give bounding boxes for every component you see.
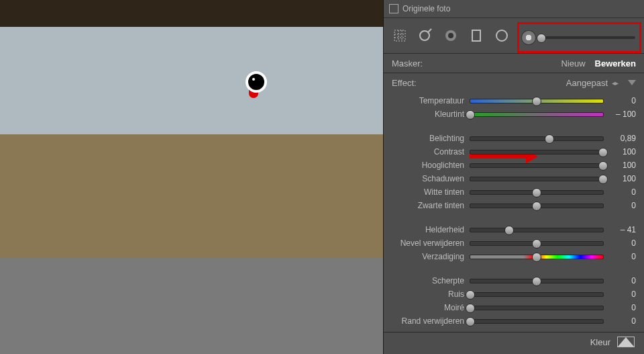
svg-point-8 (448, 33, 453, 38)
svg-point-5 (420, 31, 429, 40)
color-swatch[interactable] (617, 337, 635, 347)
slider-label: Zwarte tinten (392, 201, 470, 210)
adjustment-pin[interactable] (246, 71, 267, 93)
slider-value[interactable]: 100 (604, 147, 636, 157)
slider-value[interactable]: 0 (604, 201, 636, 210)
slider-track[interactable] (470, 99, 604, 103)
slider-knob[interactable] (532, 239, 541, 249)
slider-knob[interactable] (466, 290, 475, 300)
slider-knob[interactable] (466, 304, 475, 313)
svg-rect-9 (472, 30, 480, 41)
mask-edit-link[interactable]: Bewerken (595, 58, 636, 69)
slider-schaduwen: Schaduwen100 (392, 172, 636, 185)
slider-value[interactable]: 0 (604, 316, 636, 326)
slider-value[interactable]: 0 (604, 187, 636, 197)
slider-track[interactable] (470, 292, 604, 297)
slider-label: Kleurtint (392, 109, 470, 119)
photo-preview[interactable] (0, 0, 384, 258)
svg-point-10 (496, 30, 507, 41)
slider-track[interactable] (470, 150, 604, 154)
brush-slider-knob[interactable] (537, 34, 546, 43)
slider-value[interactable]: 0 (604, 276, 636, 285)
slider-value[interactable]: 0,89 (604, 134, 636, 143)
slider-contrast: Contrast100 (392, 145, 636, 159)
app-window: Originele foto (0, 0, 644, 354)
slider-temperatuur: Temperatuur0 (392, 94, 636, 107)
brush-tool-icon[interactable] (522, 31, 535, 44)
slider-ruis: Ruis0 (392, 287, 636, 301)
dropdown-icon[interactable]: ◂▸ (612, 79, 619, 87)
checkbox-icon[interactable] (389, 4, 398, 13)
slider-knob[interactable] (532, 97, 541, 106)
slider-knob[interactable] (466, 317, 475, 326)
radial-tool-icon[interactable] (492, 26, 511, 45)
slider-value[interactable]: 0 (604, 290, 636, 299)
slider-value[interactable]: 0 (604, 303, 636, 312)
slider-track[interactable] (470, 204, 604, 208)
slider-value[interactable]: 0 (604, 96, 636, 105)
slider-knob[interactable] (545, 134, 554, 144)
photo-decoration (0, 0, 384, 27)
photo-viewport (0, 0, 384, 354)
sliders-group-1: Temperatuur0 Kleurtint– 100 (384, 93, 644, 121)
effect-value[interactable]: Aangepast (566, 78, 608, 88)
slider-label: Helderheid (392, 225, 470, 234)
slider-kleurtint: Kleurtint– 100 (392, 107, 636, 121)
slider-track[interactable] (470, 163, 604, 168)
slider-track[interactable] (470, 306, 604, 310)
redeye-tool-icon[interactable] (441, 26, 460, 45)
slider-value[interactable]: 100 (604, 174, 636, 183)
slider-knob[interactable] (598, 175, 608, 184)
slider-label: Temperatuur (392, 96, 470, 105)
slider-label: Ruis (392, 290, 470, 299)
local-adjust-toolbar (384, 18, 644, 54)
slider-knob[interactable] (532, 253, 541, 262)
slider-label: Witte tinten (392, 187, 470, 197)
svg-rect-0 (394, 30, 405, 41)
slider-label: Verzadiging (392, 252, 470, 261)
slider-track[interactable] (470, 228, 604, 232)
panel-collapse-icon[interactable] (628, 80, 636, 85)
slider-label: Schaduwen (392, 174, 470, 183)
slider-label: Rand verwijderen (392, 316, 470, 326)
slider-track[interactable] (470, 319, 604, 324)
crop-tool-icon[interactable] (390, 26, 409, 45)
slider-knob[interactable] (598, 148, 608, 157)
slider-knob[interactable] (532, 277, 541, 286)
slider-knob[interactable] (532, 188, 541, 197)
slider-nevel: Nevel verwijderen0 (392, 236, 636, 250)
original-photo-label: Originele foto (402, 4, 450, 13)
slider-rand: Rand verwijderen0 (392, 314, 636, 328)
slider-track[interactable] (470, 177, 604, 181)
spot-tool-icon[interactable] (416, 26, 435, 45)
slider-witte-tinten: Witte tinten0 (392, 185, 636, 199)
brush-size-slider[interactable] (539, 36, 635, 39)
slider-value[interactable]: – 100 (604, 109, 636, 119)
slider-value[interactable]: 100 (604, 161, 636, 170)
slider-track[interactable] (470, 112, 604, 117)
slider-track[interactable] (470, 136, 604, 141)
effect-row: Effect: Aangepast ◂▸ (384, 73, 644, 93)
slider-track[interactable] (470, 241, 604, 246)
slider-track[interactable] (470, 255, 604, 259)
slider-track[interactable] (470, 279, 604, 283)
slider-label: Contrast (392, 147, 470, 157)
slider-knob[interactable] (532, 202, 541, 211)
slider-belichting: Belichting0,89 (392, 132, 636, 145)
gradient-tool-icon[interactable] (467, 26, 486, 45)
mask-new-link[interactable]: Nieuw (561, 58, 585, 69)
slider-value[interactable]: 0 (604, 238, 636, 248)
slider-zwarte-tinten: Zwarte tinten0 (392, 199, 636, 212)
sliders-group-2: Belichting0,89 Contrast100 Hooglichten10… (384, 130, 644, 212)
slider-knob[interactable] (504, 226, 514, 235)
slider-knob[interactable] (466, 110, 475, 120)
svg-line-6 (428, 29, 431, 32)
slider-value[interactable]: 0 (604, 252, 636, 261)
effect-label: Effect: (392, 78, 417, 88)
mask-label: Masker: (392, 58, 423, 69)
sliders-group-3: Helderheid– 41 Nevel verwijderen0 Verzad… (384, 222, 644, 263)
slider-knob[interactable] (598, 161, 608, 171)
slider-value[interactable]: – 41 (604, 225, 636, 234)
slider-track[interactable] (470, 190, 604, 195)
original-photo-toggle[interactable]: Originele foto (384, 0, 644, 18)
